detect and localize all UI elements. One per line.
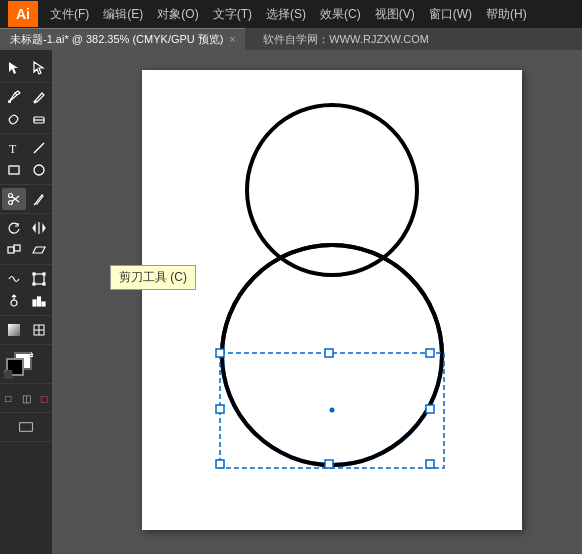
svg-rect-37 xyxy=(426,460,434,468)
svg-rect-30 xyxy=(20,423,33,431)
tool-group-selection xyxy=(0,54,52,83)
svg-rect-40 xyxy=(216,405,224,413)
svg-marker-1 xyxy=(34,62,43,74)
warp-tool[interactable] xyxy=(2,268,26,290)
toolbar: T xyxy=(0,50,52,554)
canvas-area: 剪刀工具 (C) xyxy=(52,50,582,554)
selection-tool[interactable] xyxy=(2,57,26,79)
svg-rect-39 xyxy=(325,460,333,468)
tool-group-type: T xyxy=(0,134,52,185)
ai-logo: Ai xyxy=(8,1,38,27)
svg-point-42 xyxy=(330,408,335,413)
pencil-tool[interactable] xyxy=(27,86,51,108)
svg-point-22 xyxy=(11,300,17,306)
svg-rect-26 xyxy=(8,324,20,336)
menu-object[interactable]: 对象(O) xyxy=(151,4,204,25)
menu-text[interactable]: 文字(T) xyxy=(207,4,258,25)
knife-tool[interactable] xyxy=(27,188,51,210)
svg-rect-25 xyxy=(42,302,45,306)
menu-view[interactable]: 视图(V) xyxy=(369,4,421,25)
tab-close-button[interactable]: × xyxy=(230,34,236,45)
type-tool[interactable]: T xyxy=(2,137,26,159)
svg-rect-35 xyxy=(426,349,434,357)
svg-rect-34 xyxy=(216,349,224,357)
reflect-tool[interactable] xyxy=(27,217,51,239)
svg-rect-6 xyxy=(9,166,19,174)
svg-point-31 xyxy=(247,105,417,275)
tool-group-pen xyxy=(0,83,52,134)
column-graph-tool[interactable] xyxy=(27,290,51,312)
svg-rect-18 xyxy=(33,273,35,275)
title-bar: Ai 文件(F) 编辑(E) 对象(O) 文字(T) 选择(S) 效果(C) 视… xyxy=(0,0,582,28)
svg-rect-19 xyxy=(43,273,45,275)
svg-rect-24 xyxy=(37,297,40,306)
svg-rect-16 xyxy=(14,245,20,251)
menu-bar: 文件(F) 编辑(E) 对象(O) 文字(T) 选择(S) 效果(C) 视图(V… xyxy=(44,4,533,25)
scale-tool[interactable] xyxy=(2,239,26,261)
svg-rect-38 xyxy=(325,349,333,357)
menu-edit[interactable]: 编辑(E) xyxy=(97,4,149,25)
symbol-sprayer-tool[interactable] xyxy=(2,290,26,312)
svg-rect-21 xyxy=(43,283,45,285)
tool-group-gradient xyxy=(0,316,52,345)
menu-help[interactable]: 帮助(H) xyxy=(480,4,533,25)
main-layout: T xyxy=(0,50,582,554)
tab-active[interactable]: 未标题-1.ai* @ 382.35% (CMYK/GPU 预览) × xyxy=(0,28,245,50)
mesh-tool[interactable] xyxy=(27,319,51,341)
svg-rect-41 xyxy=(426,405,434,413)
menu-select[interactable]: 选择(S) xyxy=(260,4,312,25)
canvas-drawing xyxy=(142,70,522,530)
menu-effect[interactable]: 效果(C) xyxy=(314,4,367,25)
tool-group-screen xyxy=(0,413,52,442)
tab-bar: 未标题-1.ai* @ 382.35% (CMYK/GPU 预览) × 软件自学… xyxy=(0,28,582,50)
scissors-tool[interactable] xyxy=(2,188,26,210)
line-tool[interactable] xyxy=(27,137,51,159)
gradient-tool[interactable] xyxy=(2,319,26,341)
svg-rect-20 xyxy=(33,283,35,285)
shear-tool[interactable] xyxy=(27,239,51,261)
free-transform-tool[interactable] xyxy=(27,268,51,290)
svg-marker-13 xyxy=(33,225,35,231)
tab-website-label: 软件自学网：WWW.RJZXW.COM xyxy=(253,32,439,47)
normal-mode-icon[interactable]: □ xyxy=(0,387,17,409)
svg-rect-15 xyxy=(8,247,14,253)
tool-group-scissors xyxy=(0,185,52,214)
behind-mode-icon[interactable]: ◫ xyxy=(18,387,35,409)
menu-file[interactable]: 文件(F) xyxy=(44,4,95,25)
svg-point-2 xyxy=(8,101,10,103)
svg-text:T: T xyxy=(9,142,17,155)
tool-group-zoom xyxy=(0,214,52,265)
svg-line-5 xyxy=(34,143,44,153)
clip-mode-icon[interactable]: ◻ xyxy=(35,387,52,409)
rotate-tool[interactable] xyxy=(2,217,26,239)
tool-group-fill-mode: □ ◫ ◻ xyxy=(0,384,52,413)
rectangle-tool[interactable] xyxy=(2,159,26,181)
tool-group-color: ⬛ ⇄ xyxy=(0,345,52,384)
screen-mode-button[interactable] xyxy=(3,416,49,438)
svg-rect-23 xyxy=(33,300,36,306)
direct-selection-tool[interactable] xyxy=(27,57,51,79)
tool-group-warp xyxy=(0,265,52,316)
svg-marker-14 xyxy=(43,225,45,231)
eraser-tool[interactable] xyxy=(27,108,51,130)
pen-tool[interactable] xyxy=(2,86,26,108)
tab-label: 未标题-1.ai* @ 382.35% (CMYK/GPU 预览) xyxy=(10,32,224,47)
artboard xyxy=(142,70,522,530)
svg-point-7 xyxy=(34,165,44,175)
menu-window[interactable]: 窗口(W) xyxy=(423,4,478,25)
blob-brush-tool[interactable] xyxy=(2,108,26,130)
svg-marker-0 xyxy=(9,62,18,74)
svg-rect-36 xyxy=(216,460,224,468)
ellipse-tool[interactable] xyxy=(27,159,51,181)
